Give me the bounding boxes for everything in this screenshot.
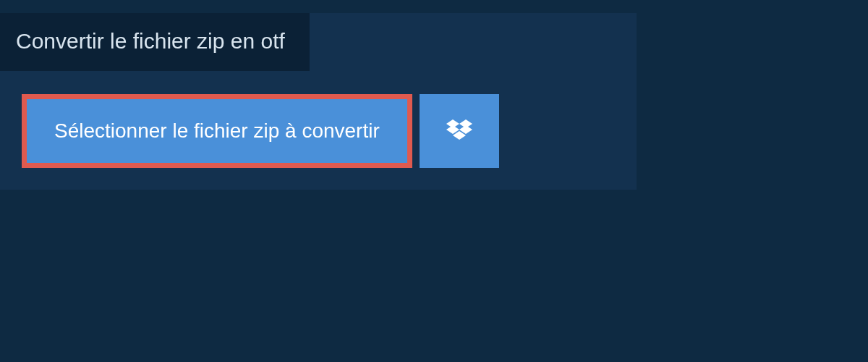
dropbox-button[interactable] bbox=[420, 94, 499, 168]
select-file-button[interactable]: Sélectionner le fichier zip à convertir bbox=[22, 94, 412, 168]
converter-panel: Convertir le fichier zip en otf Sélectio… bbox=[0, 13, 637, 190]
page-title: Convertir le fichier zip en otf bbox=[16, 29, 285, 53]
dropbox-icon bbox=[446, 119, 472, 143]
page-title-tab: Convertir le fichier zip en otf bbox=[0, 13, 310, 71]
select-file-label: Sélectionner le fichier zip à convertir bbox=[54, 119, 380, 143]
button-row: Sélectionner le fichier zip à convertir bbox=[0, 71, 637, 168]
